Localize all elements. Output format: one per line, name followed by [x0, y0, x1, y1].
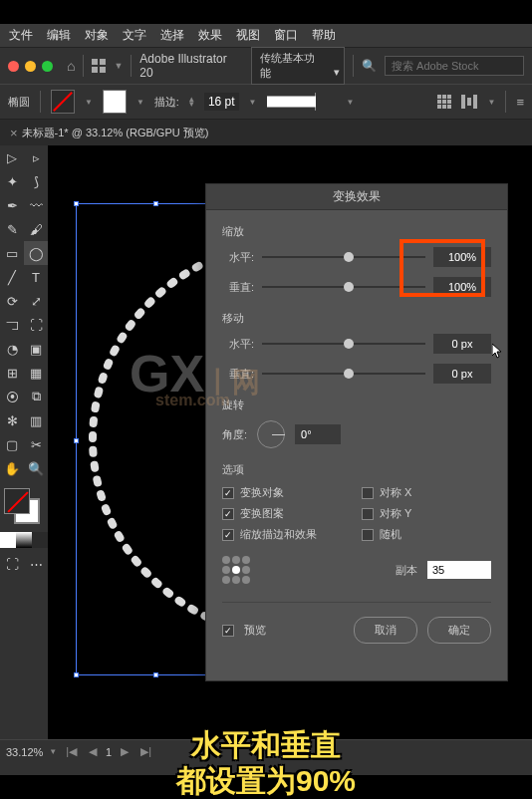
selection-handle[interactable] — [153, 201, 158, 206]
transform-panel-icon[interactable] — [437, 95, 451, 109]
chevron-down-icon[interactable]: ▼ — [114, 61, 123, 71]
chevron-down-icon[interactable]: ▼ — [347, 98, 355, 107]
eyedropper-tool[interactable]: ⦿ — [0, 385, 24, 408]
close-window-button[interactable] — [8, 61, 19, 72]
mesh-tool[interactable]: ⊞ — [0, 361, 24, 385]
type-tool[interactable]: T — [24, 265, 48, 289]
artboard-tool[interactable]: ▢ — [0, 432, 24, 456]
fill-color[interactable] — [4, 488, 30, 514]
rotate-tool[interactable]: ⟳ — [0, 289, 24, 313]
direct-selection-tool[interactable]: ▹ — [24, 145, 48, 169]
menu-effect[interactable]: 效果 — [191, 27, 229, 44]
minimize-window-button[interactable] — [25, 61, 36, 72]
cancel-button[interactable]: 取消 — [354, 617, 417, 644]
menu-type[interactable]: 文字 — [116, 27, 153, 44]
selection-handle[interactable] — [153, 672, 158, 677]
gradient-mode-button[interactable] — [16, 532, 32, 548]
selection-handle[interactable] — [74, 201, 79, 206]
magic-wand-tool[interactable]: ✦ — [0, 169, 24, 193]
scale-strokes-checkbox[interactable] — [222, 529, 234, 541]
transform-patterns-checkbox[interactable] — [222, 508, 234, 520]
color-mode-button[interactable] — [0, 532, 16, 548]
zoom-tool[interactable]: 🔍 — [24, 456, 48, 480]
menu-file[interactable]: 文件 — [2, 27, 40, 44]
scale-vertical-input[interactable]: 100% — [433, 277, 491, 297]
selection-handle[interactable] — [74, 672, 79, 677]
selection-tool[interactable]: ▷ — [0, 145, 24, 169]
preview-checkbox[interactable] — [222, 625, 234, 637]
scale-vertical-slider[interactable] — [262, 286, 425, 288]
ok-button[interactable]: 确定 — [427, 617, 491, 644]
maximize-window-button[interactable] — [42, 61, 53, 72]
width-tool[interactable]: ⫎ — [0, 313, 24, 337]
rectangle-tool[interactable]: ▭ — [0, 241, 24, 265]
curvature-tool[interactable]: 〰 — [24, 193, 48, 217]
move-vertical-slider[interactable] — [262, 373, 425, 375]
selection-handle[interactable] — [74, 438, 79, 443]
pencil-tool[interactable]: ✎ — [0, 217, 24, 241]
chevron-down-icon[interactable]: ▼ — [487, 98, 495, 107]
gradient-tool[interactable]: ▦ — [24, 361, 48, 385]
stroke-swatch[interactable] — [103, 90, 127, 114]
svg-rect-5 — [442, 95, 446, 99]
free-transform-tool[interactable]: ⛶ — [24, 313, 48, 337]
slice-tool[interactable]: ✂ — [24, 432, 48, 456]
layout-grid-icon[interactable] — [92, 59, 106, 73]
align-panel-icon[interactable] — [461, 95, 477, 109]
svg-rect-10 — [437, 105, 441, 109]
angle-dial[interactable] — [257, 420, 285, 448]
search-input[interactable] — [385, 56, 524, 76]
workspace-dropdown[interactable]: 传统基本功能 — [251, 47, 345, 85]
menu-window[interactable]: 窗口 — [267, 27, 305, 44]
reference-point-grid[interactable] — [222, 556, 250, 584]
brush-preview[interactable] — [267, 93, 337, 111]
menu-icon[interactable]: ≡ — [516, 95, 524, 110]
edit-toolbar-button[interactable]: ⋯ — [24, 552, 48, 576]
line-tool[interactable]: ╱ — [0, 265, 24, 289]
svg-rect-13 — [461, 95, 465, 109]
document-tab[interactable]: × 未标题-1* @ 33.12% (RGB/GPU 预览) — [0, 120, 218, 145]
ellipse-tool[interactable]: ◯ — [24, 241, 48, 265]
none-mode-button[interactable] — [32, 532, 48, 548]
transform-objects-checkbox[interactable] — [222, 487, 234, 499]
fill-stroke-control[interactable] — [0, 484, 48, 532]
chevron-down-icon[interactable]: ▼ — [85, 98, 93, 107]
random-checkbox[interactable] — [362, 529, 374, 541]
move-horizontal-input[interactable]: 0 px — [433, 334, 491, 354]
brush-tool[interactable]: 🖌 — [24, 217, 48, 241]
move-horizontal-slider[interactable] — [262, 343, 425, 345]
move-vertical-input[interactable]: 0 px — [433, 364, 491, 384]
menu-edit[interactable]: 编辑 — [40, 27, 78, 44]
shape-builder-tool[interactable]: ◔ — [0, 337, 24, 361]
chevron-down-icon[interactable]: ▼ — [249, 98, 257, 107]
scale-horizontal-input[interactable]: 100% — [433, 247, 491, 267]
menu-select[interactable]: 选择 — [153, 27, 191, 44]
menu-help[interactable]: 帮助 — [305, 27, 343, 44]
screen-mode-button[interactable]: ⛶ — [0, 552, 24, 576]
graph-tool[interactable]: ▥ — [24, 408, 48, 432]
blend-tool[interactable]: ⧉ — [24, 385, 48, 408]
stroke-weight-input[interactable]: 16 pt — [204, 93, 239, 111]
checkbox-label: 对称 Y — [380, 506, 411, 521]
menu-object[interactable]: 对象 — [78, 27, 116, 44]
scale-tool[interactable]: ⤢ — [24, 289, 48, 313]
perspective-tool[interactable]: ▣ — [24, 337, 48, 361]
chevron-down-icon[interactable]: ▼ — [136, 98, 144, 107]
reflect-y-checkbox[interactable] — [362, 508, 374, 520]
symbol-sprayer-tool[interactable]: ✻ — [0, 408, 24, 432]
checkbox-label: 对称 X — [380, 485, 411, 500]
stepper-icon[interactable]: ▴▾ — [189, 97, 194, 108]
close-tab-icon[interactable]: × — [10, 126, 18, 140]
reflect-x-checkbox[interactable] — [362, 487, 374, 499]
fill-swatch[interactable] — [51, 90, 75, 114]
pen-tool[interactable]: ✒ — [0, 193, 24, 217]
angle-input[interactable]: 0° — [295, 424, 341, 444]
menubar: 文件 编辑 对象 文字 选择 效果 视图 窗口 帮助 — [0, 24, 532, 48]
copies-input[interactable] — [427, 561, 491, 579]
scale-horizontal-slider[interactable] — [262, 256, 425, 258]
hand-tool[interactable]: ✋ — [0, 456, 24, 480]
home-icon[interactable]: ⌂ — [67, 58, 75, 74]
menu-view[interactable]: 视图 — [229, 27, 267, 44]
lasso-tool[interactable]: ⟆ — [24, 169, 48, 193]
svg-rect-11 — [442, 105, 446, 109]
